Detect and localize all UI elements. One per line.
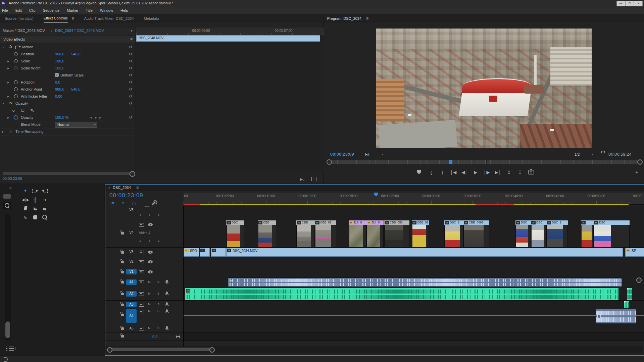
video-effects-section-header[interactable]: Video Effects ≡ (0, 36, 135, 43)
mute-button[interactable]: M (148, 303, 151, 306)
scrubber-left-handle[interactable] (327, 159, 332, 165)
source-patch-icon[interactable] (139, 251, 144, 254)
playhead[interactable] (376, 193, 376, 341)
reset-icon[interactable]: ↺ (129, 66, 132, 70)
timeline-vscroll-knob[interactable] (636, 277, 642, 283)
effect-mini-ruler[interactable]: 00:00:06:0000:00:07:00 (136, 28, 324, 35)
mute-button[interactable]: M (148, 326, 151, 330)
track-badge-v4[interactable]: V4 (126, 230, 137, 236)
go-to-out-button[interactable]: ▶│ (495, 170, 501, 175)
clip-v4-dsc-2[interactable]: fxDSC_2 (546, 220, 568, 247)
track-header-v3[interactable]: V3 (105, 248, 183, 257)
property-value[interactable]: 100,0 (55, 66, 64, 70)
volume-keyframe-dot[interactable] (597, 314, 601, 318)
dock-scrollbar[interactable] (5, 214, 11, 341)
chevron-down-icon[interactable]: ∨ (50, 29, 53, 32)
effect-row-time-remapping[interactable]: ▶fxTime Remapping (0, 128, 135, 136)
program-tab[interactable]: Program: DSC_2034 (327, 14, 361, 23)
track-header-v5[interactable]: V5Video 5◀ ◆ ▶ (105, 206, 183, 220)
effect-row-blend-mode[interactable]: Blend ModeNormal▾ (0, 121, 135, 128)
source-patch-icon[interactable] (139, 327, 144, 330)
clip-v3-untitled[interactable]: fx (211, 248, 226, 257)
scrubber-track[interactable] (331, 160, 639, 164)
stopwatch-icon[interactable] (14, 52, 18, 56)
tab-metadata[interactable]: Metadata (144, 14, 159, 23)
fx-badge-icon[interactable]: fx (626, 249, 630, 252)
property-value[interactable]: 960,0 (55, 87, 64, 91)
program-scrubber[interactable] (326, 159, 642, 164)
playback-resolution-select[interactable]: 1/2 (575, 152, 580, 156)
export-frame-button[interactable] (528, 170, 534, 174)
source-patch-icon[interactable] (139, 310, 144, 313)
twirl-icon[interactable]: ▶ (7, 81, 9, 84)
lane-a3[interactable] (184, 301, 644, 308)
stopwatch-icon[interactable] (14, 116, 18, 119)
track-header-v4[interactable]: V4Video 4◀ ◆ ▶ (105, 220, 183, 248)
source-patch-icon[interactable] (139, 303, 144, 307)
slip-tool[interactable]: ↹ (31, 205, 40, 213)
effect-row-motion[interactable]: ▼fxMotion↺ (0, 44, 135, 51)
property-value-2[interactable]: 540,0 (71, 87, 81, 91)
clip-v4-cbb-05[interactable]: fxCBB_05 (412, 220, 429, 247)
dock-scrollbar-thumb[interactable] (5, 321, 10, 338)
track-header-a3[interactable]: A3MS (105, 301, 183, 308)
toggle-track-output-eye-icon[interactable] (148, 251, 153, 254)
search-box[interactable] (3, 202, 11, 209)
source-patch-icon[interactable] (139, 223, 144, 227)
track-select-forward-tool[interactable]: ▸ (31, 187, 40, 195)
volume-rubber-band[interactable] (184, 315, 644, 316)
go-to-in-button[interactable]: │◀ (450, 170, 456, 175)
mask-rect-icon[interactable]: □ (21, 108, 24, 113)
source-patch-icon[interactable] (139, 260, 144, 264)
mute-button[interactable]: M (148, 292, 151, 295)
fx-badge-icon[interactable]: fx (581, 221, 586, 224)
clip-v3-spo[interactable]: fxSPO (184, 248, 199, 257)
clip-v3-dsc-2034-mov[interactable]: fxDSC_2034.MOV (226, 248, 623, 257)
expand-dock-icon[interactable]: » (9, 186, 12, 190)
tab-effect-controls[interactable]: Effect Controls (44, 14, 68, 23)
section-menu-icon[interactable]: ≡ (130, 37, 133, 42)
fx-badge-icon[interactable]: fx (547, 221, 551, 224)
lift-button[interactable]: ↥ (506, 170, 512, 175)
clip-v4-cbb-053[interactable]: fxCBB_053 (384, 220, 409, 247)
hscroll-left-knob[interactable] (107, 347, 112, 353)
fx-badge-icon[interactable]: fx (184, 249, 189, 252)
menu-window[interactable]: Window (100, 8, 113, 12)
fx-badge-icon[interactable]: fx (531, 221, 536, 224)
play-button[interactable]: ▶ (473, 170, 479, 175)
tab-audio-track-mixer-dsc-2034[interactable]: Audio Track Mixer: DSC_2034 (84, 14, 134, 23)
stopwatch-icon[interactable] (14, 81, 18, 84)
track-badge-a1[interactable]: A1 (126, 279, 137, 285)
stopwatch-icon[interactable] (14, 88, 18, 91)
program-timecode[interactable]: 00:00:23:09 (330, 152, 354, 157)
effect-controls-panel-menu-icon[interactable]: ≡ (72, 16, 74, 21)
lock-icon[interactable] (121, 293, 124, 295)
add-keyframe-icon[interactable]: ◆ (95, 116, 97, 119)
clip-a3-fragment[interactable] (624, 301, 629, 308)
stopwatch-icon[interactable] (14, 59, 18, 63)
track-badge-a4[interactable]: A4 (126, 309, 137, 323)
clip-v3-sp[interactable]: fxSP (625, 248, 644, 257)
media-browser-icon[interactable] (3, 194, 11, 199)
extract-button[interactable]: ↧ (517, 170, 523, 175)
add-marker-button[interactable] (417, 170, 423, 174)
track-header-a1[interactable]: A1MS (105, 277, 183, 287)
scrubber-right-handle[interactable] (637, 159, 643, 165)
fx-badge-icon[interactable]: fx (227, 249, 231, 252)
track-header-a4[interactable]: A4MS (105, 308, 183, 324)
step-back-button[interactable]: ◀│ (461, 170, 467, 175)
fx-badge-icon[interactable]: fx (212, 249, 216, 252)
effect-row-position[interactable]: Position960,0540,0↺ (0, 51, 135, 58)
source-patch-icon[interactable] (139, 280, 144, 284)
solo-button[interactable]: S (157, 280, 159, 283)
prev-keyframe-icon[interactable]: ◀ (90, 116, 92, 119)
lane-v5[interactable] (184, 206, 644, 220)
track-badge-a3[interactable]: A3 (126, 302, 137, 307)
menu-clip[interactable]: Clip (29, 8, 36, 12)
fx-badge-icon[interactable]: fx (516, 221, 520, 224)
lock-icon[interactable] (121, 304, 124, 306)
program-panel-menu-icon[interactable]: ≡ (366, 16, 368, 21)
lock-icon[interactable] (121, 251, 124, 254)
clip-v4-dji-0[interactable]: fxDJI_0 (349, 220, 366, 247)
voiceover-mic-icon[interactable] (166, 326, 168, 329)
